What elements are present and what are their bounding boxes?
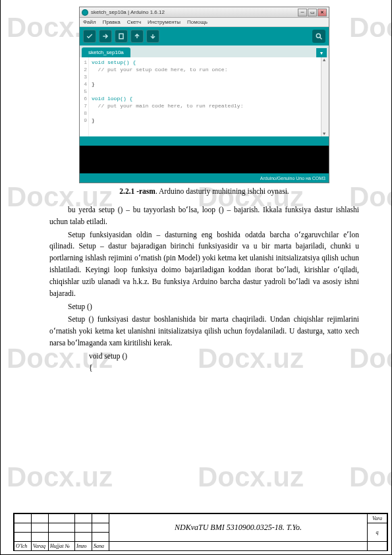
stamp-header: Varaq	[32, 542, 49, 551]
stamp-cell	[75, 514, 92, 523]
document-code: NDKvaTU BMI 5310900.0325-18. T.Yo.	[109, 514, 368, 542]
stamp-cell	[14, 514, 32, 523]
menu-tools[interactable]: Инструменты	[148, 19, 181, 25]
save-button[interactable]	[146, 30, 159, 43]
serial-monitor-button[interactable]	[312, 30, 325, 43]
vara-label: Vara	[368, 514, 387, 523]
stamp-cell	[75, 533, 92, 542]
stamp-cell	[92, 523, 109, 533]
magnifier-icon	[315, 32, 323, 40]
figure-caption: 2.2.1 -rasm. Arduino dasturiy muhitining…	[49, 187, 359, 195]
paragraph: Setup ()	[49, 301, 359, 313]
line-numbers: 1 2 3 4 5 6 7 8 9	[80, 57, 89, 136]
stamp-header: O'lch	[14, 542, 32, 551]
code-line: void loop() {	[92, 96, 132, 102]
arrow-down-icon	[149, 32, 157, 40]
code-text: {	[89, 363, 359, 374]
watermark: Docx.uz	[349, 461, 392, 493]
arduino-app-icon	[82, 9, 88, 16]
svg-point-1	[316, 34, 320, 38]
stamp-cell	[92, 533, 109, 542]
stamp-cell	[32, 514, 49, 523]
stamp-cell	[14, 533, 32, 542]
paragraph: Setup funksiyasidan oldin – dasturning e…	[49, 229, 359, 300]
stamp-header: Sana	[92, 542, 109, 551]
check-icon	[86, 32, 94, 40]
code-editor[interactable]: 1 2 3 4 5 6 7 8 9 void setup() { // put …	[80, 57, 329, 136]
new-button[interactable]	[115, 30, 128, 43]
tab-menu-button[interactable]: ▼	[316, 48, 327, 57]
code-line: // put your setup code here, to run once…	[92, 67, 227, 73]
menu-sketch[interactable]: Скетч	[127, 19, 141, 25]
page-content: sketch_sep10a | Arduino 1.6.12 ─ ▭ ✕ Фай…	[49, 7, 359, 374]
menu-bar: Файл Правка Скетч Инструменты Помощь	[80, 18, 329, 27]
window-titlebar: sketch_sep10a | Arduino 1.6.12 ─ ▭ ✕	[80, 7, 329, 18]
line-number: 8	[80, 109, 87, 117]
code-area[interactable]: void setup() { // put your setup code he…	[89, 57, 329, 136]
stamp-table: NDKvaTU BMI 5310900.0325-18. T.Yo. Vara …	[14, 513, 387, 551]
stamp-cell	[14, 523, 32, 533]
toolbar	[80, 27, 329, 45]
stamp-cell	[49, 514, 75, 523]
code-text: void setup ()	[89, 351, 359, 363]
watermark: Docx.uz	[198, 461, 304, 493]
stamp-cell	[32, 523, 49, 533]
console-area	[80, 146, 329, 173]
watermark: Docx.uz	[7, 461, 113, 493]
stamp-cell	[92, 514, 109, 523]
line-number: 1	[80, 59, 87, 66]
board-status: Arduino/Genuino Uno на COM3	[260, 176, 325, 181]
arrow-right-icon	[101, 32, 109, 40]
open-button[interactable]	[130, 30, 144, 43]
stamp-cell	[109, 542, 368, 551]
line-number: 7	[80, 102, 87, 109]
caption-text: . Arduino dasturiy muhitining ishchi oyn…	[155, 187, 289, 195]
code-line: }	[92, 81, 95, 87]
code-line: // put your main code here, to run repea…	[92, 103, 243, 109]
stamp-cell	[32, 533, 49, 542]
code-line: }	[92, 117, 95, 123]
close-button[interactable]: ✕	[318, 9, 327, 16]
stamp-cell	[75, 523, 92, 533]
paragraph: Setup () funksiyasi dastur boshlanishida…	[49, 314, 359, 349]
maximize-button[interactable]: ▭	[308, 9, 317, 16]
arduino-ide-window: sketch_sep10a | Arduino 1.6.12 ─ ▭ ✕ Фай…	[79, 7, 329, 183]
verify-button[interactable]	[83, 30, 96, 43]
upload-button[interactable]	[99, 30, 112, 43]
stamp-header: Imzo	[75, 542, 92, 551]
caption-label: 2.2.1 -rasm	[119, 187, 155, 195]
menu-file[interactable]: Файл	[83, 19, 96, 25]
line-number: 3	[80, 73, 87, 80]
paragraph: bu yerda setup () – bu tayyorlash boʻlsa…	[49, 204, 359, 228]
tab-bar: sketch_sep10a ▼	[80, 45, 329, 57]
status-bar: Arduino/Genuino Uno на COM3	[80, 173, 329, 183]
status-divider	[80, 136, 329, 146]
line-number: 2	[80, 66, 87, 73]
minimize-button[interactable]: ─	[298, 9, 307, 16]
svg-rect-0	[119, 34, 123, 39]
stamp-cell	[49, 523, 75, 533]
line-number: 5	[80, 88, 87, 95]
file-icon	[117, 32, 125, 40]
vertical-scrollbar[interactable]	[321, 57, 329, 136]
stamp-header: Hujjat №	[49, 542, 75, 551]
menu-help[interactable]: Помощь	[187, 19, 208, 25]
q-label: q	[368, 523, 387, 542]
stamp-cell	[368, 542, 387, 551]
menu-edit[interactable]: Правка	[103, 19, 121, 25]
window-title: sketch_sep10a | Arduino 1.6.12	[91, 9, 298, 15]
arrow-up-icon	[133, 32, 141, 40]
line-number: 4	[80, 80, 87, 88]
title-block: NDKvaTU BMI 5310900.0325-18. T.Yo. Vara …	[13, 513, 388, 551]
line-number: 6	[80, 95, 87, 102]
line-number: 9	[80, 117, 87, 124]
code-line: void setup() {	[92, 59, 136, 65]
stamp-cell	[49, 533, 75, 542]
sketch-tab[interactable]: sketch_sep10a	[82, 47, 130, 57]
